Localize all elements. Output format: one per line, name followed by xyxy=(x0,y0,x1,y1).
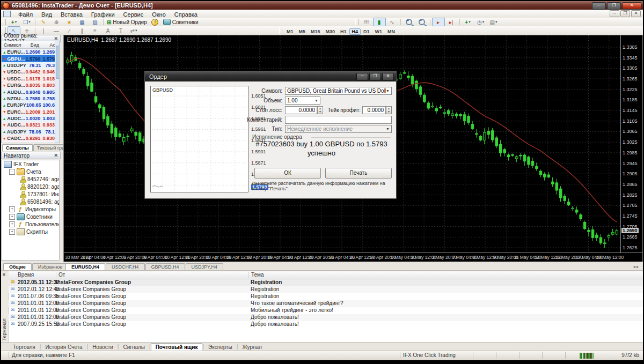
tree-accounts-folder[interactable]: -Счета xyxy=(2,168,59,175)
label-tool-button[interactable]: T̲ xyxy=(114,26,127,35)
new-order-button[interactable]: ⊞ Новый Ордер xyxy=(105,18,149,26)
stop-loss-input[interactable]: 0.0000 xyxy=(285,106,317,114)
terminal-tab-Торговля[interactable]: Торговля xyxy=(9,344,40,351)
minimize-button[interactable]: ─ xyxy=(592,2,606,10)
status-trading-mode[interactable]: IFX One Click Trading xyxy=(400,352,473,359)
mail-row[interactable]: ✉2011.01.01 12:00InstaForex Companies Gr… xyxy=(9,307,643,314)
market-watch-tab-Символы[interactable]: Символы xyxy=(2,144,33,151)
crosshair-mode-button[interactable]: ⊕ xyxy=(50,18,63,26)
market-watch-row[interactable]: ▲EURJPY100.65100.68 xyxy=(2,102,59,108)
volume-select[interactable]: 1.00▼ xyxy=(285,96,320,105)
market-watch-row[interactable]: ▼USDC...0.94620.9465 xyxy=(2,69,59,75)
market-watch-row[interactable]: ▼GBPU...1.57901.5793 xyxy=(2,55,59,62)
market-watch-row[interactable]: ▼EURC...1.20091.2012 xyxy=(2,109,59,115)
chart-system-icon[interactable] xyxy=(3,11,11,17)
market-watch-row[interactable]: ▲EURU...1.26901.2693 xyxy=(2,49,59,55)
trendline-button[interactable]: ∕ xyxy=(63,26,76,35)
templates-button[interactable]: ▤▾ xyxy=(487,18,500,26)
mail-row[interactable]: ✉2011.01.01 12:00InstaForex Companies Gr… xyxy=(9,300,643,307)
tree-account[interactable]: 65081496: agatha xyxy=(2,198,59,205)
chart-shift-end-button[interactable]: ▸| xyxy=(445,18,458,26)
market-watch-row[interactable]: ▼EURG...0.80350.8038 xyxy=(2,82,59,88)
menu-Вид[interactable]: Вид xyxy=(37,11,56,18)
new-chart-button[interactable]: +▾ xyxy=(8,18,20,26)
indicators-button[interactable]: +▾ xyxy=(462,18,474,26)
print-button[interactable]: Печать xyxy=(325,168,392,179)
symbol-select[interactable]: GBPUSD, Great Britain Pound vs US Dollar… xyxy=(285,87,392,95)
market-watch-column-header[interactable]: Символ Бид Аск xyxy=(2,41,59,49)
mail-row[interactable]: ✉2012.01.12 12:43InstaForex Companies Gr… xyxy=(9,286,643,293)
zoom-in-button[interactable]: + xyxy=(402,18,415,26)
advisors-button[interactable]: Советники xyxy=(162,18,200,26)
dialog-close-button[interactable]: ✕ xyxy=(382,73,394,80)
navigator-tab-Избранное[interactable]: Избранное xyxy=(32,263,69,270)
close-button[interactable]: ✕ xyxy=(622,2,641,10)
text-tool-button[interactable]: A xyxy=(101,26,114,35)
expand-icon[interactable]: + xyxy=(9,221,15,227)
alerts-button[interactable]: ! xyxy=(149,18,162,26)
mail-row[interactable]: ✉2011.07.06 09:35InstaForex Companies Gr… xyxy=(9,293,643,300)
timeframe-W1[interactable]: W1 xyxy=(372,28,385,35)
market-watch-scrollbar[interactable] xyxy=(55,41,59,143)
candlestick-chart-button[interactable]: ▮ xyxy=(373,18,386,26)
mail-row[interactable]: ✉2007.09.25 15:53InstaForex Companies Gr… xyxy=(9,321,643,328)
market-watch-row[interactable]: ▲NZDU...0.75800.7583 xyxy=(2,95,59,102)
timeframe-M5[interactable]: M5 xyxy=(296,28,309,35)
dialog-minimize-button[interactable]: ─ xyxy=(356,73,368,80)
restore-button[interactable]: ❐ xyxy=(607,2,621,10)
terminal-tab-Сигналы[interactable]: Сигналы xyxy=(119,344,149,351)
chart-shift-button[interactable]: ✎ xyxy=(37,18,50,26)
tree-branch[interactable]: +Скрипты xyxy=(2,228,59,235)
menu-Сервис[interactable]: Сервис xyxy=(119,11,148,18)
tree-account[interactable]: 8452746: agatha xyxy=(2,175,59,183)
terminal-tab-Журнал[interactable]: Журнал xyxy=(238,344,266,351)
timeframe-D1[interactable]: D1 xyxy=(361,28,372,35)
order-dialog[interactable]: Ордер ─ ❐ ✕ GBPUSD 1.60511.60211.59911.5… xyxy=(144,71,397,199)
navigator-header[interactable]: Навигатор ✕ xyxy=(1,152,61,159)
child-minimize-button[interactable]: ─ xyxy=(610,10,619,17)
channel-button[interactable]: ∥ xyxy=(76,26,89,35)
market-watch-row[interactable]: ▲AUDC...1.00201.0030 xyxy=(2,115,59,122)
chart-tab-USDCHF,H4[interactable]: USDCHF,H4 xyxy=(106,263,145,270)
order-dialog-title-bar[interactable]: Ордер ─ ❐ ✕ xyxy=(145,71,396,81)
stop-loss-spinner[interactable]: ▲▼ xyxy=(317,106,323,114)
collapse-icon[interactable]: - xyxy=(9,169,15,175)
tile-windows-button[interactable]: ▦ xyxy=(76,18,89,26)
terminal-tab-История Счета[interactable]: История Счета xyxy=(41,344,86,351)
chart-tab-USDJPY,H4[interactable]: USDJPY,H4 xyxy=(186,263,223,270)
expand-icon[interactable]: + xyxy=(9,229,15,235)
expand-icon[interactable]: + xyxy=(9,214,15,220)
chart-price-axis[interactable]: 1.33851.33451.33051.32651.32251.31851.31… xyxy=(620,35,642,252)
periods-button[interactable]: ◷▾ xyxy=(474,18,487,26)
take-profit-spinner[interactable]: ▲▼ xyxy=(386,106,392,114)
market-watch-close-icon[interactable]: ✕ xyxy=(54,36,58,41)
market-watch-row[interactable]: ▲USDJPY79.3179.34 xyxy=(2,62,59,69)
timeframe-M15[interactable]: M15 xyxy=(308,28,323,35)
zoom-out-button[interactable]: − xyxy=(415,18,428,26)
profiles-button[interactable]: ❐▾ xyxy=(20,18,33,26)
timeframe-H4[interactable]: H4 xyxy=(349,28,361,35)
tree-root[interactable]: IFX Trader xyxy=(2,160,59,168)
market-watch-row[interactable]: ▼AUDC...0.93210.9331 xyxy=(2,122,59,128)
timeframe-M1[interactable]: M1 xyxy=(284,28,296,35)
chart-time-axis[interactable]: 30 Mar 20123 Apr 04:004 Apr 12:005 Apr 2… xyxy=(64,252,642,262)
chart-tabs-scroll-arrows[interactable]: ◂ ▸ xyxy=(633,264,639,269)
chart-tab-GBPUSD,H4[interactable]: GBPUSD,H4 xyxy=(145,263,185,270)
tree-account[interactable]: 8820120: agatha xyxy=(2,183,59,190)
menu-Вставка[interactable]: Вставка xyxy=(56,11,87,18)
market-watch-row[interactable]: ▼USDC...1.01781.0181 xyxy=(2,76,59,82)
tree-branch[interactable]: +ƒПользовательские Инди xyxy=(2,220,59,228)
chart-tab-EURUSD,H4[interactable]: EURUSD,H4 xyxy=(65,263,105,270)
terminal-tab-Эксперты[interactable]: Эксперты xyxy=(204,344,237,351)
bar-chart-button[interactable]: 𝍖 xyxy=(360,18,373,26)
child-restore-button[interactable]: ❐ xyxy=(620,10,630,17)
fibonacci-button[interactable]: ≡ xyxy=(89,26,101,35)
timeframe-M30[interactable]: M30 xyxy=(323,28,338,35)
tree-account[interactable]: 1737801: Ина Владис xyxy=(2,190,59,198)
terminal-close-icon[interactable]: ✕ xyxy=(2,272,6,277)
comment-input[interactable] xyxy=(285,116,392,124)
market-watch-row[interactable]: ▼CADC...0.92910.9301 xyxy=(2,135,59,142)
ok-button[interactable]: ОК xyxy=(254,168,321,179)
tree-branch[interactable]: +Советники xyxy=(2,213,59,220)
expand-icon[interactable]: + xyxy=(9,206,15,212)
